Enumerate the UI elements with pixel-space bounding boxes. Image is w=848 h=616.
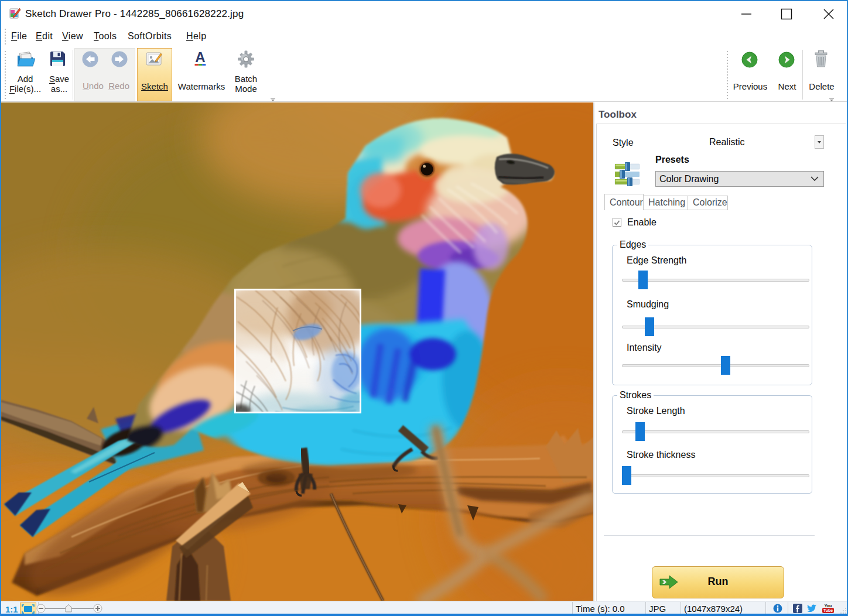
svg-text:You: You bbox=[825, 604, 832, 608]
svg-text:A: A bbox=[195, 51, 205, 65]
svg-text:Tube: Tube bbox=[823, 608, 833, 612]
